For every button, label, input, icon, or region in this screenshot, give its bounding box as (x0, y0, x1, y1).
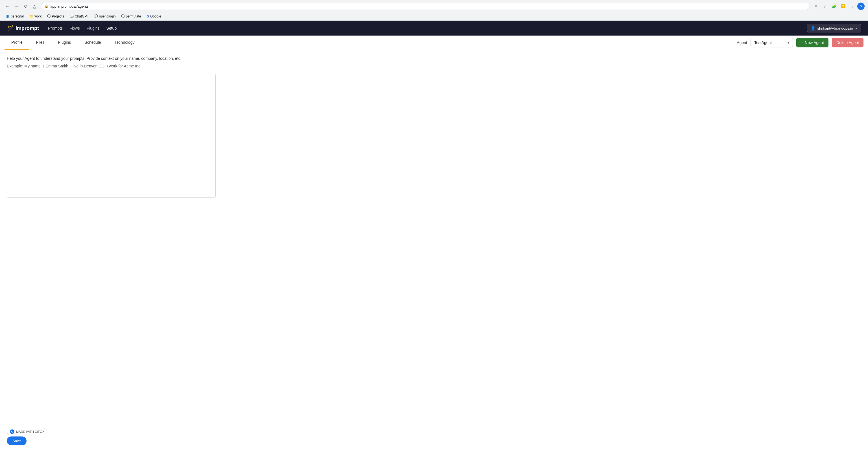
folder-icon: 📁 (29, 15, 33, 18)
new-agent-label: New Agent (805, 40, 824, 45)
logo-text: Imprompt (16, 25, 39, 31)
example-text: Example: My name is Emma Smith. I live i… (7, 63, 861, 69)
header-right: 👤 shrikant@brandops.io ▼ (807, 24, 861, 32)
github-icon (47, 14, 51, 18)
browser-profile-avatar[interactable]: S (857, 3, 865, 10)
url-text: app.imprompt.ai/agents (50, 4, 89, 8)
tab-schedule[interactable]: Schedule (78, 36, 107, 50)
help-text: Help your Agent to understand your promp… (7, 56, 861, 62)
agent-controls: Agent TestAgent Agent1 Agent2 ▼ + New Ag… (737, 38, 864, 47)
download-icon[interactable]: ⬇ (812, 2, 820, 10)
logo-icon: 🪄 (7, 25, 14, 32)
lock-icon: 🔒 (44, 4, 49, 8)
menu-icon[interactable]: ⋮ (848, 2, 856, 10)
nav-setup[interactable]: Setup (106, 25, 117, 32)
bookmark-work[interactable]: 📁 work (27, 13, 44, 19)
agent-select-wrapper: TestAgent Agent1 Agent2 ▼ (750, 38, 793, 47)
tab-profile[interactable]: Profile (4, 36, 29, 50)
app-logo[interactable]: 🪄 Imprompt (7, 25, 39, 32)
nav-flows[interactable]: Flows (69, 25, 80, 32)
forward-button[interactable]: → (12, 2, 20, 10)
profile-section: Help your Agent to understand your promp… (0, 50, 868, 204)
chevron-down-icon: ▼ (855, 27, 858, 30)
chatgpt-icon: 💬 (70, 15, 74, 18)
app-nav: Prompts Flows Plugins Setup (48, 25, 117, 32)
new-agent-button[interactable]: + New Agent (796, 38, 829, 47)
nav-buttons: ← → ↻ △ (3, 2, 38, 10)
browser-actions: ⬇ ☆ 🧩 2 ⋮ S (812, 2, 865, 10)
nav-plugins[interactable]: Plugins (87, 25, 100, 32)
extensions-icon[interactable]: 🧩 (830, 2, 838, 10)
bookmarks-bar: 👤 personal 📁 work Projects 💬 ChatGPT ope… (0, 12, 868, 21)
user-menu[interactable]: 👤 shrikant@brandops.io ▼ (807, 24, 861, 32)
delete-agent-button[interactable]: Delete Agent (832, 38, 864, 47)
profile-textarea[interactable] (7, 74, 216, 198)
google-icon: G (147, 15, 149, 18)
reload-button[interactable]: ↻ (22, 2, 29, 10)
person-icon: 👤 (6, 15, 9, 18)
permutate-icon (121, 14, 125, 18)
app-header: 🪄 Imprompt Prompts Flows Plugins Setup 👤… (0, 21, 868, 36)
tab-icon[interactable]: 2 (839, 2, 847, 10)
browser-toolbar: ← → ↻ △ 🔒 app.imprompt.ai/agents ⬇ ☆ 🧩 2… (0, 0, 868, 12)
tab-technology[interactable]: Technology (108, 36, 142, 50)
bookmark-google[interactable]: G Google (145, 13, 163, 19)
agent-select[interactable]: TestAgent Agent1 Agent2 (750, 38, 793, 47)
user-icon: 👤 (811, 26, 815, 30)
back-button[interactable]: ← (3, 2, 11, 10)
main-content: Profile Files Plugins Schedule Technolog… (0, 36, 868, 204)
nav-prompts[interactable]: Prompts (48, 25, 63, 32)
address-bar[interactable]: 🔒 app.imprompt.ai/agents (41, 3, 810, 10)
browser-chrome: ← → ↻ △ 🔒 app.imprompt.ai/agents ⬇ ☆ 🧩 2… (0, 0, 868, 21)
user-email: shrikant@brandops.io (817, 26, 853, 30)
bookmark-personal[interactable]: 👤 personal (3, 13, 26, 19)
bookmark-projects[interactable]: Projects (45, 13, 66, 19)
bookmark-permutate[interactable]: permutate (119, 13, 143, 19)
bookmark-chatgpt[interactable]: 💬 ChatGPT (67, 13, 91, 19)
tab-files[interactable]: Files (29, 36, 52, 50)
home-button[interactable]: △ (31, 2, 38, 10)
agent-label: Agent (737, 40, 747, 45)
plus-icon: + (801, 40, 803, 45)
tabs-bar: Profile Files Plugins Schedule Technolog… (0, 36, 868, 50)
tab-plugins[interactable]: Plugins (51, 36, 78, 50)
bookmark-openplugin[interactable]: openplugin (92, 13, 118, 19)
openplugin-icon (95, 14, 98, 18)
bookmark-icon[interactable]: ☆ (821, 2, 829, 10)
